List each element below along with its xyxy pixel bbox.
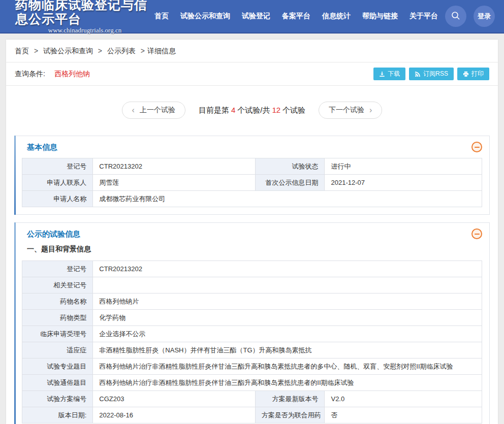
prev-trial-label: 上一个试验 bbox=[140, 106, 175, 115]
breadcrumb-trial-search[interactable]: 试验公示和查询 bbox=[43, 47, 93, 55]
field-value bbox=[93, 277, 482, 293]
pager-current-number: 4 bbox=[231, 106, 235, 114]
login-button[interactable]: 登录 bbox=[474, 6, 495, 27]
field-label: 版本日期: bbox=[22, 407, 93, 423]
field-value: 企业选择不公示 bbox=[93, 326, 482, 342]
rss-subscribe-button[interactable]: 订阅RSS bbox=[409, 68, 454, 80]
search-button[interactable] bbox=[445, 6, 466, 27]
field-value: CTR20213202 bbox=[93, 158, 255, 175]
print-button[interactable]: 打印 bbox=[457, 68, 489, 80]
next-trial-label: 下一个试验 bbox=[329, 106, 364, 115]
field-label: 申请人名称 bbox=[22, 191, 93, 207]
field-label: 药物名称 bbox=[22, 293, 93, 310]
breadcrumb-current: 详细信息 bbox=[147, 47, 176, 55]
field-value: 周雪莲 bbox=[93, 175, 255, 191]
field-label: 试验方案编号 bbox=[22, 391, 93, 407]
nav-item-trial-register[interactable]: 试验登记 bbox=[242, 12, 270, 21]
print-label: 打印 bbox=[471, 70, 484, 78]
prev-trial-button[interactable]: ‹ 上一个试验 bbox=[122, 102, 185, 119]
pager-info: 目前是第4个试验/共12个试验 bbox=[199, 106, 305, 115]
table-row: 试验专业题目 西格列他钠片治疗非酒精性脂肪性肝炎伴甘油三酯升高和胰岛素抵抗患者的… bbox=[22, 358, 482, 375]
table-row: 申请人联系人 周雪莲 首次公示信息日期 2021-12-07 bbox=[22, 175, 482, 191]
table-row: 相关登记号 bbox=[22, 277, 482, 293]
query-condition-bar: 查询条件: 西格列他钠 下载 bbox=[6, 62, 498, 86]
field-value: V2.0 bbox=[325, 391, 482, 407]
collapse-basic-info-button[interactable] bbox=[471, 142, 482, 152]
chevron-left-icon: ‹ bbox=[132, 106, 135, 114]
field-value: CTR20213202 bbox=[93, 261, 482, 277]
breadcrumb-home[interactable]: 首页 bbox=[15, 47, 29, 55]
field-value: 进行中 bbox=[325, 158, 482, 175]
field-label: 申请人联系人 bbox=[22, 175, 93, 191]
field-value: 西格列他钠片治疗非酒精性脂肪性肝炎伴甘油三酯升高和胰岛素抵抗患者的多中心、随机、… bbox=[93, 358, 482, 375]
field-value: 化学药物 bbox=[93, 310, 482, 326]
pager-total-number: 12 bbox=[272, 106, 280, 114]
trial-info-section: 公示的试验信息 一、题目和背景信息 登记号 CTR20213202 相关登记号 … bbox=[14, 222, 490, 424]
field-value: 西格列他钠片 bbox=[93, 293, 482, 310]
rss-label: 订阅RSS bbox=[423, 70, 448, 78]
download-button[interactable]: 下载 bbox=[373, 68, 405, 80]
nav-item-home[interactable]: 首页 bbox=[154, 12, 169, 21]
table-row: 临床申请受理号 企业选择不公示 bbox=[22, 326, 482, 342]
table-row: 版本日期: 2022-08-16 方案是否为联合用药 否 bbox=[22, 407, 482, 423]
nav-item-statistics[interactable]: 信息统计 bbox=[322, 12, 351, 21]
query-condition-label: 查询条件: bbox=[15, 70, 45, 79]
pager-info-text: 个试验 bbox=[282, 106, 305, 114]
field-label: 临床申请受理号 bbox=[22, 326, 93, 342]
table-row: 登记号 CTR20213202 试验状态 进行中 bbox=[22, 158, 482, 175]
site-logo[interactable]: 药物临床试验登记与信息公示平台 www.chinadrugtrials.org.… bbox=[15, 0, 154, 35]
page-card: 首页 > 试验公示和查询 > 公示列表 > 详细信息 查询条件: 西格列他钠 下… bbox=[6, 40, 498, 424]
field-label: 适应症 bbox=[22, 342, 93, 358]
breadcrumb-separator: > bbox=[141, 47, 145, 55]
field-value: 2022-08-16 bbox=[93, 407, 255, 423]
main-nav: 首页 试验公示和查询 试验登记 备案平台 信息统计 帮助与链接 关于平台 bbox=[154, 12, 438, 21]
download-icon bbox=[379, 71, 385, 77]
table-row: 适应症 非酒精性脂肪性肝炎（NASH）并伴有甘油三酯（TG）升高和胰岛素抵抗 bbox=[22, 342, 482, 358]
field-value: 非酒精性脂肪性肝炎（NASH）并伴有甘油三酯（TG）升高和胰岛素抵抗 bbox=[93, 342, 482, 358]
search-icon bbox=[451, 11, 461, 22]
table-row: 药物类型 化学药物 bbox=[22, 310, 482, 326]
nav-item-help-links[interactable]: 帮助与链接 bbox=[362, 12, 398, 21]
nav-item-about[interactable]: 关于平台 bbox=[410, 12, 438, 21]
breadcrumb-public-list[interactable]: 公示列表 bbox=[107, 47, 136, 55]
table-row: 申请人名称 成都微芯药业有限公司 bbox=[22, 191, 482, 207]
breadcrumb: 首页 > 试验公示和查询 > 公示列表 > 详细信息 bbox=[6, 40, 498, 62]
basic-info-section: 基本信息 登记号 CTR20213202 试验状态 进行中 申请人联系人 周雪莲… bbox=[14, 136, 490, 215]
nav-item-record-platform[interactable]: 备案平台 bbox=[282, 12, 310, 21]
field-label: 药物类型 bbox=[22, 310, 93, 326]
pager-info-text: 个试验/共 bbox=[237, 106, 270, 114]
rss-icon bbox=[415, 71, 421, 77]
field-label: 相关登记号 bbox=[22, 277, 93, 293]
trial-pager: ‹ 上一个试验 目前是第4个试验/共12个试验 下一个试验 › bbox=[6, 86, 498, 136]
field-value: 否 bbox=[325, 407, 482, 423]
print-icon bbox=[463, 71, 469, 77]
site-title: 药物临床试验登记与信息公示平台 bbox=[15, 0, 154, 26]
login-label: 登录 bbox=[478, 12, 491, 21]
field-label: 方案是否为联合用药 bbox=[255, 407, 325, 423]
field-value: 成都微芯药业有限公司 bbox=[93, 191, 482, 207]
site-url: www.chinadrugtrials.org.cn bbox=[15, 27, 154, 34]
field-label: 试验通俗题目 bbox=[22, 375, 93, 391]
field-label: 首次公示信息日期 bbox=[255, 175, 325, 191]
pager-info-text: 目前是第 bbox=[199, 106, 229, 114]
nav-item-trial-search[interactable]: 试验公示和查询 bbox=[180, 12, 230, 21]
field-label: 方案最新版本号 bbox=[255, 391, 325, 407]
breadcrumb-separator: > bbox=[98, 47, 102, 55]
chevron-right-icon: › bbox=[369, 106, 372, 114]
toolbar: 下载 订阅RSS bbox=[373, 68, 489, 80]
next-trial-button[interactable]: 下一个试验 › bbox=[319, 102, 382, 119]
collapse-trial-info-button[interactable] bbox=[471, 229, 482, 239]
field-label: 登记号 bbox=[22, 261, 93, 277]
field-value: CGZ203 bbox=[93, 391, 255, 407]
table-row: 登记号 CTR20213202 bbox=[22, 261, 482, 277]
basic-info-table: 登记号 CTR20213202 试验状态 进行中 申请人联系人 周雪莲 首次公示… bbox=[22, 158, 482, 207]
field-label: 试验专业题目 bbox=[22, 358, 93, 375]
table-row: 试验方案编号 CGZ203 方案最新版本号 V2.0 bbox=[22, 391, 482, 407]
field-label: 试验状态 bbox=[255, 158, 325, 175]
field-value: 西格列他钠片治疗非酒精性脂肪性肝炎伴甘油三酯升高和胰岛素抵抗患者的II期临床试验 bbox=[93, 375, 482, 391]
download-label: 下载 bbox=[388, 70, 400, 78]
trial-info-table: 登记号 CTR20213202 相关登记号 药物名称 西格列他钠片 药物类型 化… bbox=[22, 260, 482, 423]
trial-info-heading: 公示的试验信息 bbox=[27, 230, 477, 239]
trial-info-subheading: 一、题目和背景信息 bbox=[27, 245, 477, 254]
table-row: 药物名称 西格列他钠片 bbox=[22, 293, 482, 310]
